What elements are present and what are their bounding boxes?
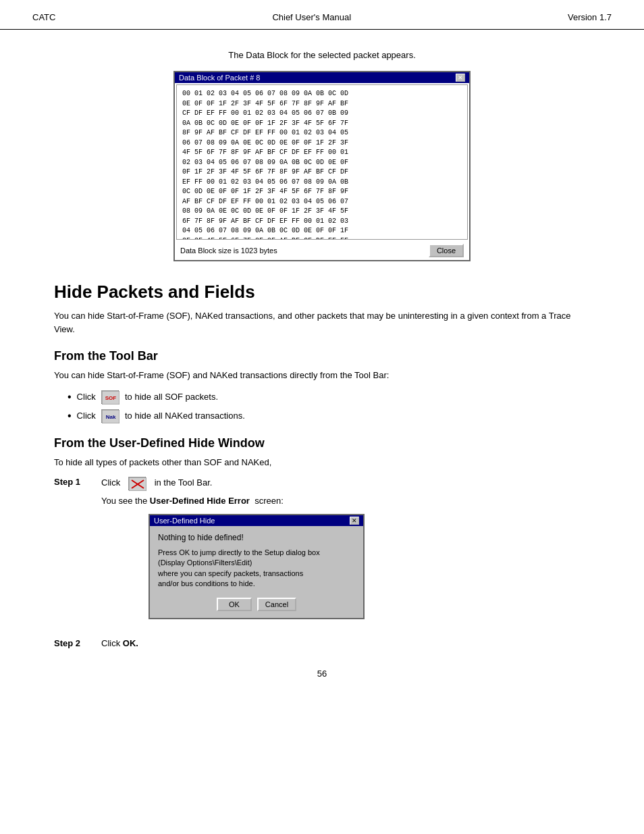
sof-pre-text: Click: [77, 392, 99, 402]
data-row: 08 09 0A 0E 0C 0D 0E 0F 0F 1F 2F 3F 4F 5…: [182, 207, 462, 217]
data-row: 2F 3F 4F 5F 6F 7F 8F 9F AF BF CF DF EF F…: [182, 236, 462, 240]
hide-packets-heading: Hide Packets and Fields: [54, 282, 590, 303]
step1-row: Step 1 Click in the Tool Bar. You see th…: [54, 477, 590, 629]
step1-bold: User-Defined Hide Error: [150, 496, 250, 506]
step2-bold: OK.: [123, 638, 138, 648]
bullet-sof: • Click SOF to hide all SOF packets.: [68, 390, 590, 404]
data-row: 6F 7F 8F 9F AF BF CF DF EF FF 00 01 02 0…: [182, 217, 462, 227]
step1-label: Step 1: [54, 477, 101, 629]
sof-icon[interactable]: SOF: [101, 390, 119, 404]
data-block-titlebar: Data Block of Packet # 8 ✕: [175, 72, 469, 83]
sof-post-text: to hide all SOF packets.: [122, 392, 218, 402]
data-row: CF DF EF FF 00 01 02 03 04 05 06 07 0B 0…: [182, 109, 462, 119]
main-content: The Data Block for the selected packet a…: [0, 30, 644, 706]
svg-text:Nak: Nak: [106, 414, 116, 420]
data-block-content: 00 01 02 03 04 05 06 07 08 09 0A 0B 0C 0…: [176, 84, 468, 240]
nak-icon[interactable]: Nak: [101, 409, 119, 423]
data-block-close-x[interactable]: ✕: [456, 74, 465, 82]
filter-icon[interactable]: [128, 477, 146, 490]
data-block-window: Data Block of Packet # 8 ✕ 00 01 02 03 0…: [173, 71, 471, 261]
nak-post-text: to hide all NAKed transactions.: [122, 411, 244, 421]
data-block-size: Data Block size is 1023 bytes: [180, 246, 277, 255]
data-row: 4F 5F 6F 7F 8F 9F AF BF CF DF EF FF 00 0…: [182, 148, 462, 158]
toolbar-subsection-intro: You can hide Start-of-Frame (SOF) and NA…: [54, 369, 590, 382]
step1-note-end: screen:: [252, 496, 284, 506]
bullet-dot-2: •: [68, 411, 72, 421]
data-block-footer: Data Block size is 1023 bytes Close: [175, 241, 469, 260]
svg-text:SOF: SOF: [105, 395, 117, 401]
step2-row: Step 2 Click OK.: [54, 638, 590, 648]
step1-note: You see the User-Defined Hide Error scre…: [101, 496, 590, 506]
nak-pre-text: Click: [77, 411, 99, 421]
udh-body: Nothing to hide defined! Press OK to jum…: [150, 526, 363, 618]
data-row: 0A 0B 0C 0D 0E 0F 0F 1F 2F 3F 4F 5F 6F 7…: [182, 119, 462, 129]
data-row: 8F 9F AF BF CF DF EF FF 00 01 02 03 04 0…: [182, 128, 462, 138]
step2-label: Step 2: [54, 638, 101, 648]
udh-window: User-Defined Hide ✕ Nothing to hide defi…: [149, 514, 365, 619]
step2-text: Click: [101, 638, 120, 648]
data-row: EF FF 00 01 02 03 04 05 06 07 08 09 0A 0…: [182, 178, 462, 188]
bullet-dot-1: •: [68, 392, 72, 402]
data-block-title: Data Block of Packet # 8: [179, 74, 260, 82]
toolbar-bullet-list: • Click SOF to hide all SOF packets. • C…: [68, 390, 590, 423]
step1-pre-text: Click: [101, 477, 123, 488]
header-right: Version 1.7: [568, 12, 612, 22]
page-number: 56: [54, 669, 590, 679]
data-row: 00 01 02 03 04 05 06 07 08 09 0A 0B 0C 0…: [182, 89, 462, 99]
udh-cancel-button[interactable]: Cancel: [257, 598, 296, 611]
udh-title: User-Defined Hide: [154, 517, 215, 525]
step1-content: Click in the Tool Bar. You see the User-…: [101, 477, 590, 629]
data-row: AF BF CF DF EF FF 00 01 02 03 04 05 06 0…: [182, 197, 462, 207]
toolbar-subsection-heading: From the Tool Bar: [54, 349, 590, 363]
udh-titlebar: User-Defined Hide ✕: [150, 515, 363, 526]
bullet-nak: • Click Nak to hide all NAKed transactio…: [68, 409, 590, 423]
intro-text: The Data Block for the selected packet a…: [54, 50, 590, 60]
header-center: Chief User's Manual: [272, 12, 351, 22]
udh-message: Press OK to jump directly to the Setup d…: [158, 548, 355, 590]
data-row: 02 03 04 05 06 07 08 09 0A 0B 0C 0D 0E 0…: [182, 158, 462, 168]
data-row: 0F 1F 2F 3F 4F 5F 6F 7F 8F 9F AF BF CF D…: [182, 167, 462, 178]
udh-subsection-intro: To hide all types of packets other than …: [54, 456, 590, 469]
hide-section-intro: You can hide Start-of-Frame (SOF), NAKed…: [54, 309, 590, 336]
data-row: 06 07 08 09 0A 0E 0C 0D 0E 0F 0F 1F 2F 3…: [182, 138, 462, 149]
header-left: CATC: [32, 12, 55, 22]
step1-note-pre: You see the: [101, 496, 147, 506]
step2-content: Click OK.: [101, 638, 138, 648]
step1-post-text: in the Tool Bar.: [152, 477, 212, 488]
data-row: 0E 0F 0F 1F 2F 3F 4F 5F 6F 7F 8F 9F AF B…: [182, 99, 462, 109]
page-header: CATC Chief User's Manual Version 1.7: [0, 0, 644, 30]
data-row: 0C 0D 0E 0F 0F 1F 2F 3F 4F 5F 6F 7F 8F 9…: [182, 187, 462, 197]
udh-buttons: OK Cancel: [158, 598, 355, 611]
udh-ok-button[interactable]: OK: [217, 598, 252, 611]
udh-subsection-heading: From the User-Defined Hide Window: [54, 436, 590, 450]
udh-close-x[interactable]: ✕: [350, 517, 359, 525]
close-button[interactable]: Close: [429, 244, 464, 257]
udh-nothing-text: Nothing to hide defined!: [158, 533, 355, 542]
data-row: 04 05 06 07 08 09 0A 0B 0C 0D 0E 0F 0F 1…: [182, 226, 462, 236]
